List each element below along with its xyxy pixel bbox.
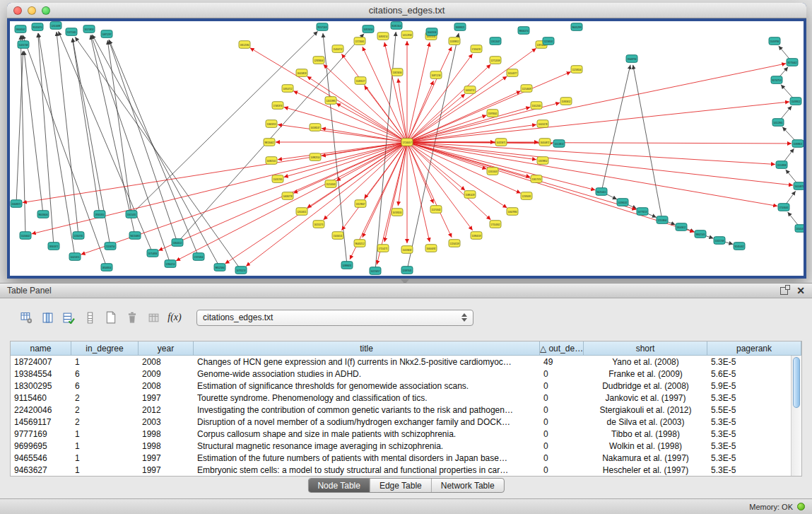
show-columns-button[interactable] bbox=[37, 308, 58, 327]
table-cell: Stergiakouli et al. (2012) bbox=[584, 405, 707, 415]
table-cell: 0 bbox=[540, 381, 584, 391]
graph-node-label: 16779213 bbox=[638, 210, 647, 214]
column-header[interactable]: year bbox=[139, 341, 194, 356]
tab-edge-table[interactable]: Edge Table bbox=[370, 479, 431, 492]
window-titlebar[interactable]: citations_edges.txt bbox=[7, 3, 806, 18]
table-cell: Estimation of the future numbers of pati… bbox=[194, 453, 540, 463]
dropdown-arrows-icon bbox=[461, 313, 467, 322]
trash-icon bbox=[126, 311, 139, 324]
table-panel-title: Table Panel bbox=[7, 286, 52, 296]
graph-node-label: 15371345 bbox=[67, 30, 76, 34]
graph-node-label: 16223457 bbox=[371, 269, 380, 273]
table-cell: 1 bbox=[71, 453, 139, 463]
row-height-button[interactable] bbox=[79, 308, 100, 327]
graph-node-label: 18301871 bbox=[49, 245, 59, 248]
table-scrollbar[interactable] bbox=[791, 356, 801, 476]
window-controls bbox=[7, 6, 50, 15]
new-column-button[interactable] bbox=[100, 308, 122, 327]
close-window-button[interactable] bbox=[13, 6, 22, 15]
table-row[interactable]: 911546021997Tourette syndrome. Phenomeno… bbox=[11, 392, 791, 404]
graph-node-label: 19565355 bbox=[95, 213, 105, 216]
graph-node-label: 8181304 bbox=[392, 24, 401, 28]
graph-node-label: 16749205 bbox=[393, 211, 402, 214]
table-row[interactable]: 1872400712008Changes of HCN gene express… bbox=[11, 356, 791, 368]
graph-node-label: 15093127 bbox=[356, 79, 365, 83]
graph-node-label: 11170342 bbox=[432, 208, 441, 211]
table-cell: 19384554 bbox=[11, 369, 71, 379]
tab-node-table[interactable]: Node Table bbox=[308, 479, 370, 492]
graph-node-label: 11254609 bbox=[522, 87, 531, 90]
table-cell: 2 bbox=[71, 393, 139, 403]
column-header[interactable]: △ out_de… bbox=[540, 341, 584, 356]
close-panel-icon[interactable]: ✕ bbox=[796, 285, 805, 296]
zoom-window-button[interactable] bbox=[42, 6, 50, 15]
column-header[interactable]: short bbox=[584, 341, 707, 356]
columns-icon bbox=[42, 312, 54, 324]
graph-node-label: 16538247 bbox=[311, 126, 320, 129]
table-cell: 2 bbox=[71, 405, 139, 415]
table-cell: Structural magnetic resonance image aver… bbox=[194, 441, 540, 451]
table-cell: 1 bbox=[71, 465, 139, 475]
table-row[interactable]: 2242004622012Investigating the contribut… bbox=[11, 404, 791, 416]
graph-node-label: 15939821 bbox=[794, 142, 803, 146]
graph-node-label: 9643212 bbox=[355, 242, 365, 245]
graph-node-label: 10024178 bbox=[539, 122, 548, 126]
table-cell: 5.3E-5 bbox=[707, 453, 791, 463]
graph-node-label: 11553958 bbox=[777, 163, 787, 167]
network-canvas[interactable]: 1724057160548721192985215817374125956911… bbox=[10, 21, 804, 276]
column-header[interactable]: in_degree bbox=[71, 341, 139, 356]
table-row[interactable]: 1938455462009Genome-wide association stu… bbox=[11, 368, 791, 380]
graph-edge bbox=[323, 33, 347, 265]
graph-node-label: 15615431 bbox=[127, 213, 136, 216]
float-panel-icon[interactable] bbox=[780, 287, 788, 295]
table-body: 1872400712008Changes of HCN gene express… bbox=[11, 356, 791, 476]
table-row[interactable]: 1830029562008Estimation of significance … bbox=[11, 380, 791, 392]
table-cell: 1 bbox=[71, 441, 139, 451]
table-cell: 0 bbox=[540, 429, 584, 439]
table-row[interactable]: 1456911722003Disruption of a novel membe… bbox=[11, 416, 791, 428]
table-cell: 14569117 bbox=[11, 417, 71, 427]
table-row[interactable]: 977716911998Corpus callosum shape and si… bbox=[11, 428, 791, 440]
graph-edge bbox=[407, 33, 459, 270]
column-header[interactable]: title bbox=[194, 341, 540, 356]
change-table-mode-button[interactable] bbox=[16, 308, 37, 327]
graph-edge bbox=[407, 142, 694, 232]
column-header[interactable]: pagerank bbox=[707, 341, 801, 356]
table-row[interactable]: 969969511998Structural magnetic resonanc… bbox=[11, 440, 791, 452]
scrollbar-thumb[interactable] bbox=[793, 357, 800, 408]
table-cell: 0 bbox=[540, 465, 584, 475]
column-header[interactable]: name bbox=[11, 341, 71, 356]
graph-node-label: 9605299 bbox=[572, 25, 582, 29]
select-rows-button[interactable] bbox=[58, 308, 79, 327]
table-cell: 0 bbox=[540, 405, 584, 415]
graph-edge bbox=[407, 142, 595, 190]
graph-node-label: 10982314 bbox=[311, 156, 320, 159]
import-table-icon bbox=[148, 312, 160, 324]
function-builder-button[interactable]: f(x) bbox=[164, 308, 185, 327]
graph-edge bbox=[109, 40, 177, 243]
table-select-dropdown[interactable]: citations_edges.txt bbox=[196, 310, 473, 326]
table-cell: Estimation of significance thresholds fo… bbox=[194, 381, 540, 391]
import-table-button[interactable] bbox=[143, 308, 164, 327]
delete-column-button[interactable] bbox=[122, 308, 143, 327]
table-row[interactable]: 946554611997Estimation of the future num… bbox=[11, 452, 791, 464]
new-file-icon bbox=[105, 311, 117, 324]
graph-node-label: 12612047 bbox=[491, 40, 500, 43]
table-cell: Corpus callosum shape and size in male p… bbox=[194, 429, 540, 439]
graph-node-label: 10022415 bbox=[71, 255, 80, 259]
network-canvas-container: 1724057160548721192985215817374125956911… bbox=[10, 21, 804, 276]
table-row[interactable]: 946362711997Embryonic stem cells: a mode… bbox=[11, 464, 791, 476]
minimize-window-button[interactable] bbox=[28, 6, 36, 15]
graph-node-label: 12204119 bbox=[450, 242, 459, 245]
table-cell: 5.9E-5 bbox=[707, 381, 791, 391]
graph-edge bbox=[38, 33, 75, 257]
graph-node-label: 15339812 bbox=[450, 40, 459, 43]
graph-node-label: 15059784 bbox=[770, 40, 779, 43]
table-cell: Embryonic stem cells: a model to study s… bbox=[194, 465, 540, 475]
graph-node-label: 10871297 bbox=[102, 33, 112, 36]
graph-node-label: 15056602 bbox=[21, 234, 30, 238]
graph-node-label: 17154271 bbox=[379, 247, 388, 250]
graph-node-label: 16054872 bbox=[541, 141, 550, 144]
tab-network-table[interactable]: Network Table bbox=[431, 479, 504, 492]
rows-icon bbox=[84, 312, 96, 324]
